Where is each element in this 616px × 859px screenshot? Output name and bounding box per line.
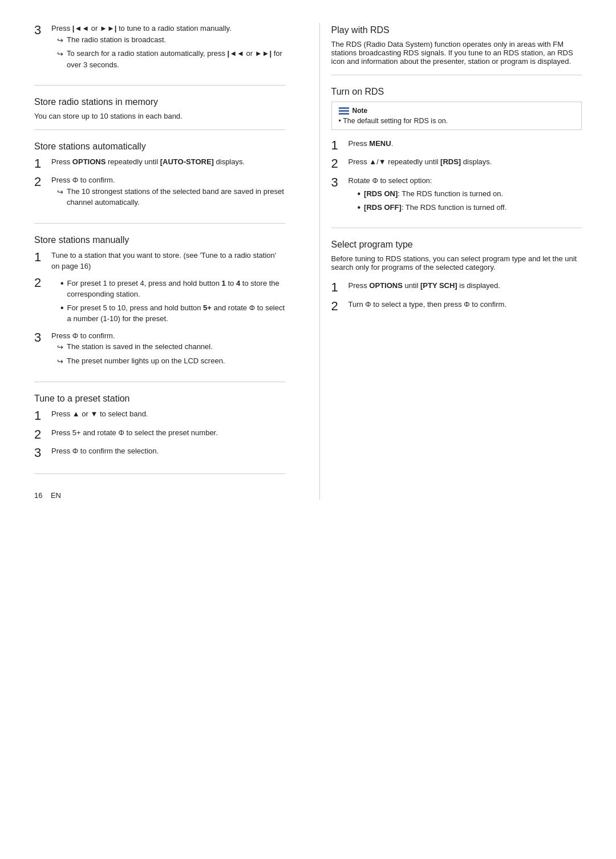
arrow-text-1: The radio station is broadcast. [67, 34, 166, 46]
note-lines-icon [339, 107, 349, 115]
step-2-manual: 2 • For preset 1 to preset 4, press and … [34, 275, 285, 327]
step-3-rds-content: Rotate Φ to select option: • [RDS ON]: T… [348, 175, 582, 216]
page-number: 16 [34, 491, 42, 500]
rds-bullet-on: • [RDS ON]: The RDS function is turned o… [358, 188, 582, 200]
step-1-pty-content: Press OPTIONS until [PTY SCH] is display… [348, 280, 582, 291]
step-1-preset-content: Press ▲ or ▼ to select band. [51, 408, 285, 420]
arrow-auto-1: ↪ The 10 strongest stations of the selec… [57, 186, 285, 208]
step-num-1-auto: 1 [34, 156, 47, 171]
rds-bullet-text-off: [RDS OFF]: The RDS function is turned of… [364, 202, 506, 213]
step-3-tune: 3 Press |◄◄ or ►►| to tune to a radio st… [34, 23, 285, 72]
arrow-icon-manual-2: ↪ [57, 356, 63, 367]
step-1-pty: 1 Press OPTIONS until [PTY SCH] is displ… [331, 280, 582, 295]
rds-bullet-dot-on: • [358, 188, 361, 199]
section-turn-on-rds-title: Turn on RDS [331, 87, 582, 97]
note-line-1 [339, 107, 349, 109]
rds-bullet-text-on: [RDS ON]: The RDS function is turned on. [364, 188, 503, 200]
step-2-pty: 2 Turn Φ to select a type, then press Φ … [331, 299, 582, 314]
step-1-rds-content: Press MENU. [348, 138, 582, 149]
step-num-2-pty: 2 [331, 299, 344, 314]
step-3-rds: 3 Rotate Φ to select option: • [RDS ON]:… [331, 175, 582, 216]
note-box: Note • The default setting for RDS is on… [331, 102, 582, 130]
section-store-memory-text: You can store up to 10 stations in each … [34, 112, 285, 120]
step3-tune-section: 3 Press |◄◄ or ►►| to tune to a radio st… [34, 23, 285, 86]
arrow-icon-auto-1: ↪ [57, 187, 63, 198]
step-num-1-rds: 1 [331, 138, 344, 153]
step-2-preset: 2 Press 5+ and rotate Φ to select the pr… [34, 427, 285, 442]
right-column: Play with RDS The RDS (Radio Data System… [319, 23, 582, 500]
step-num-3-rds: 3 [331, 175, 344, 190]
bullet-text-2: For preset 5 to 10, press and hold butto… [67, 302, 285, 325]
section-tune-preset: Tune to a preset station 1 Press ▲ or ▼ … [34, 394, 285, 473]
section-play-rds-text: The RDS (Radio Data System) function ope… [331, 40, 582, 66]
arrow-manual-2: ↪ The preset number lights up on the LCD… [57, 355, 285, 367]
section-store-memory-title: Store radio stations in memory [34, 97, 285, 107]
arrow-text-auto-1: The 10 strongest stations of the selecte… [67, 186, 285, 208]
bullet-dot-2: • [60, 302, 64, 313]
section-tune-preset-title: Tune to a preset station [34, 394, 285, 404]
section-store-auto-title: Store stations automatically [34, 141, 285, 152]
bullet-dot-1: • [60, 278, 64, 289]
section-select-program-title: Select program type [331, 240, 582, 250]
step-num-3-preset: 3 [34, 445, 47, 460]
step-num-3-manual: 3 [34, 330, 47, 345]
section-play-rds: Play with RDS The RDS (Radio Data System… [331, 25, 582, 75]
arrow-item-1: ↪ The radio station is broadcast. [57, 34, 285, 46]
arrow-text-manual-1: The station is saved in the selected cha… [67, 341, 213, 352]
step-num-2-auto: 2 [34, 175, 47, 189]
step-2-auto: 2 Press Φ to confirm. ↪ The 10 strongest… [34, 175, 285, 210]
arrow-icon-1: ↪ [57, 35, 63, 46]
step-1-preset: 1 Press ▲ or ▼ to select band. [34, 408, 285, 423]
arrow-text-manual-2: The preset number lights up on the LCD s… [67, 355, 225, 367]
bullet-item-1: • For preset 1 to preset 4, press and ho… [60, 278, 285, 300]
page-footer: 16 EN [34, 491, 285, 500]
step-3-manual: 3 Press Φ to confirm. ↪ The station is s… [34, 330, 285, 370]
step-1-auto-content: Press OPTIONS repeatedly until [AUTO-STO… [51, 156, 285, 168]
section-store-manually: Store stations manually 1 Tune to a stat… [34, 235, 285, 383]
step-num-1-pty: 1 [331, 280, 344, 295]
note-text: • The default setting for RDS is on. [339, 117, 575, 125]
step-1-manual-content: Tune to a station that you want to store… [51, 250, 285, 272]
step-1-auto: 1 Press OPTIONS repeatedly until [AUTO-S… [34, 156, 285, 171]
note-line-3 [339, 113, 349, 115]
bullet-list-manual: • For preset 1 to preset 4, press and ho… [60, 278, 285, 325]
step-num-2-rds: 2 [331, 156, 344, 171]
step-number-3: 3 [34, 23, 47, 38]
page-lang: EN [51, 491, 61, 500]
note-label: Note [352, 107, 368, 115]
note-header: Note [339, 107, 575, 115]
page-container: 3 Press |◄◄ or ►►| to tune to a radio st… [34, 23, 582, 500]
left-column: 3 Press |◄◄ or ►►| to tune to a radio st… [34, 23, 297, 500]
step-3-preset-content: Press Φ to confirm the selection. [51, 445, 285, 457]
arrow-item-2: ↪ To search for a radio station automati… [57, 48, 285, 70]
step-num-2-manual: 2 [34, 275, 47, 290]
section-select-program-text: Before tuning to RDS stations, you can s… [331, 254, 582, 272]
section-select-program: Select program type Before tuning to RDS… [331, 240, 582, 326]
step-num-1-preset: 1 [34, 408, 47, 423]
step3-text: Press |◄◄ or ►►| to tune to a radio stat… [51, 24, 232, 33]
arrow-icon-2: ↪ [57, 48, 63, 60]
bullet-item-2: • For preset 5 to 10, press and hold but… [60, 302, 285, 325]
arrow-text-2: To search for a radio station automatica… [67, 48, 285, 70]
rds-bullet-off: • [RDS OFF]: The RDS function is turned … [358, 202, 582, 213]
step-2-preset-content: Press 5+ and rotate Φ to select the pres… [51, 427, 285, 439]
section-store-manually-title: Store stations manually [34, 235, 285, 245]
step-3-manual-content: Press Φ to confirm. ↪ The station is sav… [51, 330, 285, 370]
section-play-rds-title: Play with RDS [331, 25, 582, 35]
arrow-manual-1: ↪ The station is saved in the selected c… [57, 341, 285, 353]
rds-bullet-list: • [RDS ON]: The RDS function is turned o… [358, 188, 582, 213]
step-2-rds: 2 Press ▲/▼ repeatedly until [RDS] displ… [331, 156, 582, 171]
step-2-manual-content: • For preset 1 to preset 4, press and ho… [51, 275, 285, 327]
rds-bullet-dot-off: • [358, 202, 361, 213]
step-num-1-manual: 1 [34, 250, 47, 265]
step-num-2-preset: 2 [34, 427, 47, 442]
step-2-rds-content: Press ▲/▼ repeatedly until [RDS] display… [348, 156, 582, 168]
bullet-text-1: For preset 1 to preset 4, press and hold… [67, 278, 285, 300]
step-1-rds: 1 Press MENU. [331, 138, 582, 153]
section-store-auto: Store stations automatically 1 Press OPT… [34, 141, 285, 224]
step-3-content: Press |◄◄ or ►►| to tune to a radio stat… [51, 23, 285, 72]
section-store-memory: Store radio stations in memory You can s… [34, 97, 285, 130]
arrow-icon-manual-1: ↪ [57, 342, 63, 353]
step-1-manual: 1 Tune to a station that you want to sto… [34, 250, 285, 272]
step-2-pty-content: Turn Φ to select a type, then press Φ to… [348, 299, 582, 310]
